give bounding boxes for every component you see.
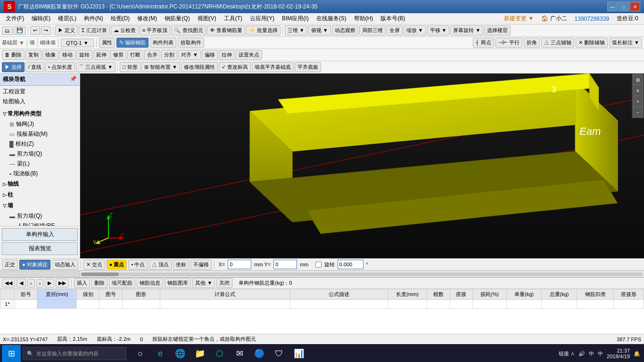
ortho-btn[interactable]: 正交 <box>2 260 18 270</box>
modify-segment-btn[interactable]: 修改增段属性 <box>181 62 218 72</box>
menu-edit[interactable]: 编辑(E) <box>28 14 54 24</box>
right-tb-btn-1[interactable]: ⊞ <box>633 74 643 85</box>
report-preview-btn[interactable]: 报表预览 <box>2 242 78 255</box>
stretch-btn[interactable]: 拉伸 <box>219 50 235 60</box>
three-axis-btn[interactable]: △ 三点辅轴 <box>541 38 574 48</box>
obj-snap-btn[interactable]: ● 对象捕捉 <box>19 260 50 270</box>
sum-calc-btn[interactable]: Σ 汇总计算 <box>79 25 110 35</box>
no-offset-btn[interactable]: 不偏移 <box>190 260 212 270</box>
menu-floor[interactable]: 楼层(L) <box>54 14 80 24</box>
formula-cell[interactable] <box>160 300 290 309</box>
dyn-input-btn[interactable]: 动态输入 <box>52 260 78 270</box>
nav-next-next-btn[interactable]: ▶ <box>45 279 54 288</box>
menu-version[interactable]: 版本号(B) <box>377 14 409 24</box>
sidebar-item-project-setup[interactable]: 工程设置 <box>1 87 79 97</box>
sidebar-section-wall[interactable]: ▽墙 <box>1 200 79 211</box>
menu-quantity[interactable]: 钢筋量(Q) <box>161 14 193 24</box>
add-length-btn[interactable]: • 点加长度 <box>45 62 75 72</box>
coordinate-btn[interactable]: 坐标 <box>173 260 189 270</box>
trim-btn[interactable]: 修剪 <box>110 50 126 60</box>
taskbar-app-folder[interactable]: 📁 <box>191 345 208 362</box>
right-tb-btn-3[interactable]: + <box>633 96 643 107</box>
delete-table-btn[interactable]: 删除 <box>91 278 107 288</box>
nav-prev-btn[interactable]: ‹ <box>27 279 35 288</box>
sidebar-section-common[interactable]: ▽常用构件类型 <box>1 108 79 119</box>
break-btn[interactable]: 打断 <box>127 50 143 60</box>
props-btn[interactable]: 属性 <box>99 38 115 48</box>
delete-axis-btn[interactable]: ✕ 删除辅轴 <box>576 38 608 48</box>
three-arc-btn[interactable]: ⌒ 三点画弧 ▼ <box>76 62 116 72</box>
intersection-btn[interactable]: ✕ 交点 <box>83 260 105 270</box>
top-view-btn[interactable]: 俯视 ▼ <box>308 25 331 35</box>
cloud-check-btn[interactable]: ☁ 云检查 <box>111 25 139 35</box>
fig-num-cell[interactable] <box>99 300 122 309</box>
arc-length-btn[interactable]: 弧长标注 ▼ <box>609 38 642 48</box>
notification-btn[interactable]: 🔔 <box>634 351 640 357</box>
lap-cell[interactable] <box>450 300 472 309</box>
sidebar-item-cast-slab[interactable]: ▪现浇板(B) <box>1 169 79 179</box>
find-element-btn[interactable]: 🔍 查找图元 <box>171 25 206 35</box>
nav-next-btn[interactable]: › <box>36 279 44 288</box>
menu-cloud[interactable]: 云应用(Y) <box>246 14 278 24</box>
shape-cell[interactable] <box>122 300 160 309</box>
flat-floor-btn[interactable]: 平齐底板 <box>295 62 321 72</box>
redo-btn[interactable]: ↪ <box>41 26 51 35</box>
h-scroll-thumb[interactable] <box>81 272 119 276</box>
menu-draw[interactable]: 绘图(D) <box>107 14 134 24</box>
taskbar-app-ie[interactable]: 🌐 <box>172 345 189 362</box>
dynamic-obs-btn[interactable]: 动态观察 <box>332 25 358 35</box>
zoom-btn[interactable]: 缩放 ▼ <box>404 25 426 35</box>
extend-btn[interactable]: 延伸 <box>93 50 109 60</box>
taskbar-app-green[interactable]: ⬡ <box>211 345 228 362</box>
taskbar-search[interactable]: 🔍 在这里输入你要搜索的内容 <box>23 347 126 360</box>
taskbar-app-blue[interactable]: 🔵 <box>251 345 268 362</box>
open-btn[interactable]: 🗂 <box>2 26 13 35</box>
category-cell[interactable] <box>577 300 614 309</box>
taskbar-app-edge[interactable]: e <box>152 345 169 362</box>
pick-component-btn[interactable]: 拾取构件 <box>178 38 204 48</box>
rotate-input[interactable] <box>338 260 363 269</box>
menu-online[interactable]: 在线服务(S) <box>313 14 350 24</box>
sidebar-item-grid[interactable]: ⊞轴网(J) <box>1 119 79 129</box>
menu-modify[interactable]: 修改(M) <box>133 14 161 24</box>
insert-btn[interactable]: 插入 <box>74 278 90 288</box>
screen-rotate-btn[interactable]: 屏幕旋转 ▼ <box>450 25 483 35</box>
menu-help[interactable]: 帮助(H) <box>350 14 377 24</box>
viewport[interactable]: 3 Eam Z X Y ⊞ ≡ <box>80 74 644 258</box>
rectangle-btn[interactable]: □ 矩形 <box>120 62 140 72</box>
two-point-btn[interactable]: ┤ 两点 <box>473 38 494 48</box>
center-btn[interactable]: • 中点 <box>128 260 148 270</box>
maximize-button[interactable]: □ <box>619 2 629 11</box>
pan-btn[interactable]: 平移 ▼ <box>427 25 450 35</box>
other-btn[interactable]: 其他 ▼ <box>192 278 215 288</box>
rebar-lib-btn[interactable]: 钢筋图库 <box>165 278 191 288</box>
minimize-button[interactable]: — <box>607 2 618 11</box>
local-3d-btn[interactable]: 局部三维 <box>359 25 386 35</box>
y-input[interactable]: 0 <box>273 260 297 269</box>
vertex-btn[interactable]: △ 顶点 <box>149 260 172 270</box>
offset-btn[interactable]: 偏移 <box>202 50 218 60</box>
parallel-btn[interactable]: ⊣⊢ 平行 <box>495 38 522 48</box>
sidebar-item-column[interactable]: █框柱(Z) <box>1 139 79 149</box>
save-btn[interactable]: 💾 <box>14 26 26 35</box>
right-tb-btn-4[interactable]: − <box>633 107 643 117</box>
rotate-checkbox[interactable] <box>315 262 322 268</box>
nav-prev-prev-btn[interactable]: ◀ <box>17 279 26 288</box>
menu-tools[interactable]: 工具(T) <box>220 14 246 24</box>
smart-layout-btn[interactable]: ⊞ 智能布置 ▼ <box>141 62 180 72</box>
taskbar-app-cortana[interactable]: ○ <box>132 345 149 362</box>
grade-cell[interactable] <box>77 300 99 309</box>
close-button[interactable]: ✕ <box>630 2 640 11</box>
unit-wt-cell[interactable] <box>506 300 541 309</box>
view-rebar-btn[interactable]: 👁 查看钢筋量 <box>207 25 245 35</box>
copy-btn[interactable]: 复制 <box>25 50 41 60</box>
menu-view[interactable]: 视图(V) <box>194 14 220 24</box>
mirror-btn[interactable]: 镜像 <box>42 50 58 60</box>
nav-first-btn[interactable]: ◀◀ <box>2 279 15 288</box>
table-row[interactable]: 1* <box>0 300 644 309</box>
select-btn[interactable]: ▶ 选择 <box>2 62 25 72</box>
angle-btn[interactable]: 折角 <box>524 38 540 48</box>
sidebar-pin[interactable]: 📌 <box>70 75 77 83</box>
edit-rebar-btn[interactable]: ✎ 编辑钢筋 <box>116 38 149 48</box>
batch-select-btn[interactable]: ⚡ 批量选择 <box>246 25 281 35</box>
